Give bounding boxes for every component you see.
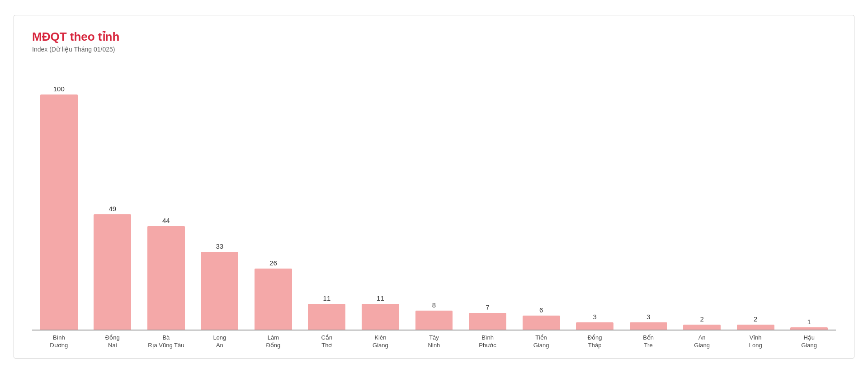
bar-group: 2 (675, 66, 729, 330)
bar-label: ĐồngNai (86, 334, 140, 349)
bar-group: 33 (193, 66, 247, 330)
bar-label: LâmĐồng (246, 334, 300, 349)
bar-group: 26 (246, 66, 300, 330)
bar-value: 7 (486, 303, 489, 311)
bar (576, 322, 613, 330)
chart-area: 10049443326111187633221 BìnhDươngĐồngNai… (32, 66, 836, 349)
bar (362, 304, 399, 330)
bar (147, 226, 185, 330)
bar (255, 269, 292, 330)
bar-value: 11 (377, 294, 384, 302)
bar-value: 3 (646, 313, 650, 321)
bar-label: VĩnhLong (729, 334, 783, 349)
bar-group: 49 (86, 66, 140, 330)
bar-value: 2 (700, 315, 703, 323)
bar-group: 8 (407, 66, 461, 330)
chart-container: MĐQT theo tỉnh Index (Dữ liệu Tháng 01/0… (14, 15, 854, 359)
bar (415, 311, 453, 330)
bar-group: 11 (300, 66, 354, 330)
bar-group: 100 (32, 66, 86, 330)
bar (308, 304, 345, 330)
bar-value: 100 (53, 85, 65, 93)
bar-label: TiềnGiang (514, 334, 568, 349)
bar-group: 44 (139, 66, 193, 330)
bar (40, 94, 78, 330)
bar-value: 3 (593, 313, 596, 321)
bar-label: AnGiang (675, 334, 729, 349)
bar (630, 322, 667, 330)
bar-value: 49 (108, 205, 116, 212)
bar-value: 6 (539, 306, 543, 314)
chart-title: MĐQT theo tỉnh (32, 30, 836, 44)
bar-value: 2 (754, 315, 757, 323)
bar (790, 327, 828, 330)
bar-group: 11 (354, 66, 407, 330)
bar-label: BìnhPhước (461, 334, 514, 349)
bar-label: TâyNinh (407, 334, 461, 349)
bar-label: BìnhDương (32, 334, 86, 349)
bar-label: BếnTre (622, 334, 675, 349)
bar-value: 1 (807, 318, 811, 326)
bar-label: CầnThơ (300, 334, 354, 349)
axis-line (32, 330, 836, 331)
bar-value: 44 (162, 217, 170, 224)
bar-label: KiênGiang (354, 334, 407, 349)
bar (737, 325, 774, 329)
bar-value: 11 (323, 294, 331, 302)
chart-subtitle: Index (Dữ liệu Tháng 01/025) (32, 46, 836, 53)
bar-label: HậuGiang (782, 334, 836, 349)
bars-section: 10049443326111187633221 (32, 66, 836, 330)
bar-group: 2 (729, 66, 783, 330)
bar-label: LongAn (193, 334, 247, 349)
bar (469, 313, 506, 329)
bar (201, 252, 238, 330)
bar-group: 7 (461, 66, 514, 330)
bar (683, 325, 721, 329)
labels-section: BìnhDươngĐồngNaiBàRịa Vũng TàuLongAnLâmĐ… (32, 334, 836, 349)
bar-group: 3 (622, 66, 675, 330)
bar-value: 26 (269, 259, 277, 267)
bar-group: 3 (568, 66, 622, 330)
bar (94, 214, 131, 330)
bar-value: 8 (432, 301, 436, 309)
bar-group: 1 (782, 66, 836, 330)
bar-label: BàRịa Vũng Tàu (139, 334, 193, 349)
bar (523, 316, 560, 330)
bar-label: ĐồngTháp (568, 334, 622, 349)
bar-value: 33 (216, 242, 224, 250)
bar-group: 6 (514, 66, 568, 330)
